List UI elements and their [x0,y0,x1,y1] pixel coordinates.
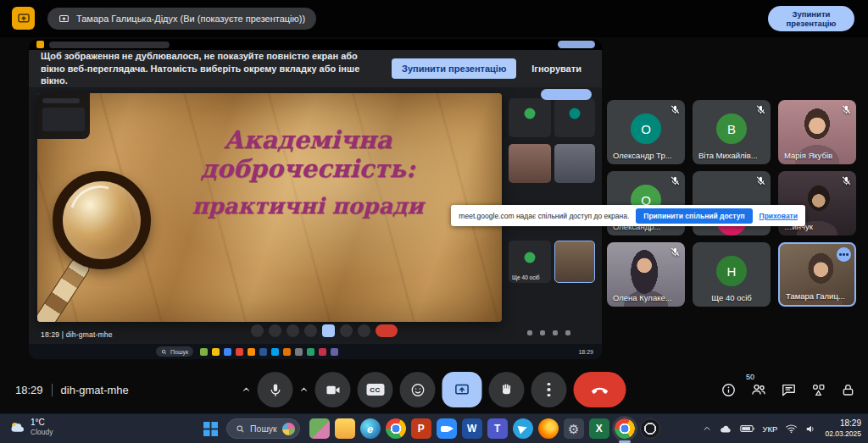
inner-status-text: 18:29 | dih-gmat-mhe [41,330,113,339]
screen-share-icon [58,14,70,25]
mic-off-icon [670,175,681,186]
google-meet-screen: Тамара Галицька-Дідух (Ви (показуєте пре… [0,0,868,443]
wifi-icon[interactable] [785,424,798,434]
stop-presentation-button[interactable]: Зупинити презентацію [768,6,854,31]
weather-temp: 1°C [31,418,53,428]
inner-participant-tile [554,98,595,137]
tray-time: 18:29 [825,418,861,429]
warning-message: Щоб зображення не дублювалося, не показу… [41,50,381,88]
inner-presenter-pill [49,42,170,48]
tray-date: 02.03.2025 [825,429,861,439]
slide-title-line1: Академічна доброчесність: [119,125,497,183]
banner-stop-presentation-button[interactable]: Зупинити презентацію [392,58,516,79]
tile-menu-button[interactable] [837,247,851,262]
inner-taskbar-apps [200,348,338,356]
activities-button[interactable] [810,382,826,398]
onedrive-icon[interactable] [719,424,732,434]
firefox-icon[interactable] [538,418,559,439]
taskbar-search[interactable]: Пошук [226,418,300,439]
participant-tile[interactable]: Марія Якубів [778,100,856,164]
share-toast-message: meet.google.com надає спільний доступ до… [459,212,629,220]
presentation-tile[interactable]: Щоб зображення не дублювалося, не показу… [29,39,602,359]
reactions-button[interactable] [400,372,436,407]
edge-icon[interactable]: e [360,418,381,439]
tray-chevron-icon[interactable] [703,424,711,433]
self-participant-tile[interactable]: Тамара Галиц... [778,242,856,307]
more-people-tile[interactable]: Н Ще 40 осіб [693,242,771,307]
taskbar-weather[interactable]: 1°C Cloudy [8,418,53,436]
start-button[interactable] [201,419,220,439]
present-button[interactable] [442,372,482,407]
volume-icon[interactable] [805,424,817,435]
inner-stop-button [558,41,595,48]
settings-icon[interactable]: ⚙ [564,418,584,439]
end-call-icon [591,380,609,399]
end-call-button[interactable] [574,372,626,407]
inner-participant-tile [509,144,551,183]
zoom-icon[interactable] [437,418,457,439]
camera-button[interactable] [315,372,351,407]
mic-button[interactable] [258,372,293,407]
file-explorer-icon[interactable] [335,418,355,439]
activities-icon [810,382,826,398]
mic-off-icon [670,104,681,115]
inner-clock: 18:29 [578,349,593,355]
search-highlight-icon [282,423,295,435]
mic-off-icon [841,104,852,115]
participant-tile[interactable]: В Віта Михайлів... [693,100,771,164]
smiley-icon [409,382,426,398]
more-options-button[interactable] [531,372,567,407]
mic-options-chevron[interactable] [242,385,251,394]
host-controls-button[interactable] [840,382,856,398]
presenting-tab-icon[interactable] [12,7,35,30]
info-icon [721,382,737,398]
slide-title-line2: практичні поради [119,193,497,219]
camera-options-chevron[interactable] [300,385,309,394]
recursive-mini-screen [37,93,90,139]
stop-sharing-button[interactable]: Припинити спільний доступ [636,208,752,224]
participant-name: Тамара Галиц... [786,291,845,301]
inner-search-placeholder: Пошук [170,349,188,355]
people-button[interactable] [750,381,767,398]
hand-icon [499,382,515,397]
banner-ignore-button[interactable]: Ігнорувати [526,63,587,75]
presentation-slide: Академічна доброчесність: практичні пора… [37,93,502,322]
teams-icon[interactable]: T [487,418,508,439]
more-options-icon [548,383,550,396]
obs-icon[interactable] [640,418,660,439]
inner-more-people-tile: Ще 40 осіб [509,241,551,283]
meet-bottom-bar: 18:29 dih-gmat-mhe CC [0,366,868,413]
more-people-label: Ще 40 осіб [711,293,752,302]
excel-icon[interactable]: X [589,418,609,439]
weather-icon [8,420,25,434]
taskbar-apps: ePWT⚙X [309,418,660,439]
participant-tile[interactable]: Олена Кулаке... [607,242,685,307]
battery-icon[interactable] [740,424,755,434]
participant-name: Олена Кулаке... [613,293,672,302]
present-screen-icon [17,12,31,25]
inner-right-icons [527,330,570,335]
mic-off-icon [841,175,852,186]
language-indicator[interactable]: УКР [763,424,778,434]
raise-hand-button[interactable] [489,372,525,407]
present-icon [454,382,470,398]
info-button[interactable] [721,382,737,398]
chrome-icon[interactable] [386,418,406,439]
call-controls: CC [242,372,626,407]
inner-more-people-label: Ще 40 осіб [512,274,540,280]
search-placeholder: Пошук [250,424,277,434]
mic-icon [267,382,283,398]
presenting-top-bar: Тамара Галицька-Дідух (Ви (показуєте пре… [0,0,868,37]
hide-toast-link[interactable]: Приховати [760,212,798,220]
inner-participant-tile [509,98,551,137]
chrome-active-icon[interactable] [615,418,635,439]
captions-button[interactable]: CC [358,372,393,407]
telegram-icon[interactable] [513,418,533,439]
powerpoint-icon[interactable]: P [411,418,431,439]
taskbar-clock[interactable]: 18:29 02.03.2025 [825,418,861,438]
widgets-photo-icon[interactable] [309,418,330,439]
participant-tile[interactable]: О Олександр Тр... [607,100,685,164]
chat-button[interactable] [781,382,797,398]
word-icon[interactable]: W [462,418,482,439]
inner-top-bar [29,39,602,50]
